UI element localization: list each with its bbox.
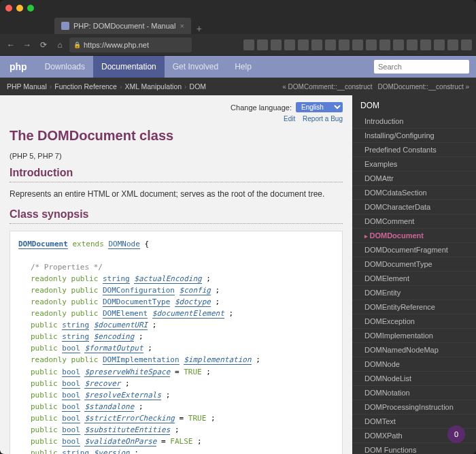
extension-icon[interactable] [407,39,418,50]
type-link[interactable]: string [103,274,130,284]
close-tab-icon[interactable]: × [180,22,184,30]
extension-icon[interactable] [447,39,458,50]
extension-icon[interactable] [420,39,431,50]
sidebar-item[interactable]: DOMNode [352,357,476,372]
type-link[interactable]: bool [62,414,80,423]
sidebar-item[interactable]: Examples [352,157,476,172]
breadcrumb-link[interactable]: PHP Manual [7,82,47,91]
sidebar-item[interactable]: Introduction [352,114,476,129]
type-link[interactable]: bool [62,402,80,412]
extension-icon[interactable] [393,39,404,50]
sidebar-item[interactable]: DOMEntity [352,286,476,300]
sidebar-item[interactable]: DOMCharacterData [352,200,476,214]
type-link[interactable]: bool [62,379,80,389]
class-name[interactable]: DOMDocument [18,240,68,249]
extension-icon[interactable] [339,39,350,50]
type-link[interactable]: bool [62,437,80,447]
property-var[interactable]: $resolveExternals [84,391,161,400]
parent-class[interactable]: DOMNode [108,240,139,249]
sidebar-item[interactable]: DOMProcessingInstruction [352,400,476,415]
edit-link[interactable]: Edit [284,115,295,123]
extension-icon[interactable] [284,39,295,50]
type-link[interactable]: DOMImplementation [103,355,180,365]
back-button[interactable]: ← [4,38,18,52]
close-window-button[interactable] [5,5,12,12]
type-link[interactable]: DOMConfiguration [103,286,175,295]
property-var[interactable]: $documentElement [152,309,224,319]
property-var[interactable]: $strictErrorChecking [84,414,174,423]
breadcrumb-link[interactable]: DOM [190,82,207,91]
extension-icon[interactable] [461,39,472,50]
nav-item-help[interactable]: Help [226,56,260,78]
sidebar-item[interactable]: DOMDocumentType [352,257,476,272]
sidebar-item[interactable]: DOMNamedNodeMap [352,343,476,357]
sidebar-item[interactable]: Installing/Configuring [352,129,476,143]
type-link[interactable]: bool [62,391,80,400]
pager-next[interactable]: DOMDocument::__construct » [378,83,470,91]
sidebar-item[interactable]: DOMComment [352,214,476,229]
type-link[interactable]: bool [62,425,80,435]
home-button[interactable]: ⌂ [53,38,67,52]
property-var[interactable]: $doctype [175,297,211,307]
type-link[interactable]: DOMDocumentType [103,297,170,307]
type-link[interactable]: DOMElement [103,309,148,319]
extension-icon[interactable] [311,39,322,50]
language-select[interactable]: English [296,102,343,112]
sidebar-item[interactable]: DOMDocument [352,229,476,243]
scroll-indicator-fab[interactable]: 0 [447,425,465,443]
pager-prev[interactable]: « DOMComment::__construct [282,83,372,91]
sidebar-item[interactable]: Predefined Constants [352,143,476,157]
property-var[interactable]: $recover [84,379,120,389]
extension-icon[interactable] [366,39,377,50]
sidebar-item[interactable]: DOMElement [352,272,476,286]
extension-icon[interactable] [257,39,268,50]
property-var[interactable]: $formatOutput [84,344,143,353]
type-link[interactable]: bool [62,368,80,377]
sidebar-item[interactable]: DOMNodeList [352,372,476,386]
sidebar-item[interactable]: DOMEntityReference [352,300,476,314]
property-var[interactable]: $config [180,286,211,295]
sidebar-item[interactable]: DOMAttr [352,172,476,186]
extension-icon[interactable] [243,39,254,50]
property-var[interactable]: $version [94,449,130,454]
type-link[interactable]: string [62,449,89,454]
forward-button[interactable]: → [20,38,34,52]
zoom-window-button[interactable] [27,5,34,12]
breadcrumb-link[interactable]: Function Reference [54,82,117,91]
search-input[interactable] [374,60,469,74]
extension-icon[interactable] [298,39,309,50]
sidebar-item[interactable]: DOMException [352,314,476,329]
minimize-window-button[interactable] [16,5,23,12]
sidebar-item[interactable]: DOMNotation [352,386,476,400]
extension-icon[interactable] [352,39,363,50]
nav-item-documentation[interactable]: Documentation [93,56,165,78]
new-tab-button[interactable]: + [191,23,207,34]
property-var[interactable]: $actualEncoding [134,274,201,284]
sidebar-item[interactable]: DOMDocumentFragment [352,243,476,257]
property-var[interactable]: $documentURI [94,321,148,330]
nav-item-downloads[interactable]: Downloads [37,56,93,78]
property-var[interactable]: $preserveWhiteSpace [84,368,170,377]
sidebar-item[interactable]: DOMImplementation [352,329,476,343]
property-var[interactable]: $validateOnParse [84,437,156,447]
nav-item-get-involved[interactable]: Get Involved [165,56,226,78]
browser-tab[interactable]: PHP: DOMDocument - Manual × [54,18,191,34]
breadcrumb-link[interactable]: XML Manipulation [124,82,182,91]
type-link[interactable]: string [62,332,89,342]
extension-icon[interactable] [379,39,390,50]
type-link[interactable]: bool [62,344,80,353]
property-var[interactable]: $standalone [84,402,134,412]
sidebar-item[interactable]: DOM Functions [352,443,476,454]
php-logo[interactable]: php [0,61,37,72]
report-bug-link[interactable]: Report a Bug [303,115,343,123]
sidebar-item[interactable]: DOMCdataSection [352,186,476,200]
url-bar[interactable]: 🔒 https://www.php.net [69,37,192,52]
type-link[interactable]: string [62,321,89,330]
extension-icon[interactable] [325,39,336,50]
property-var[interactable]: $encoding [94,332,135,342]
extension-icon[interactable] [434,39,445,50]
extension-icon[interactable] [271,39,282,50]
property-var[interactable]: $substituteEntities [84,425,170,435]
reload-button[interactable]: ⟳ [37,38,50,52]
property-var[interactable]: $implementation [184,355,251,365]
